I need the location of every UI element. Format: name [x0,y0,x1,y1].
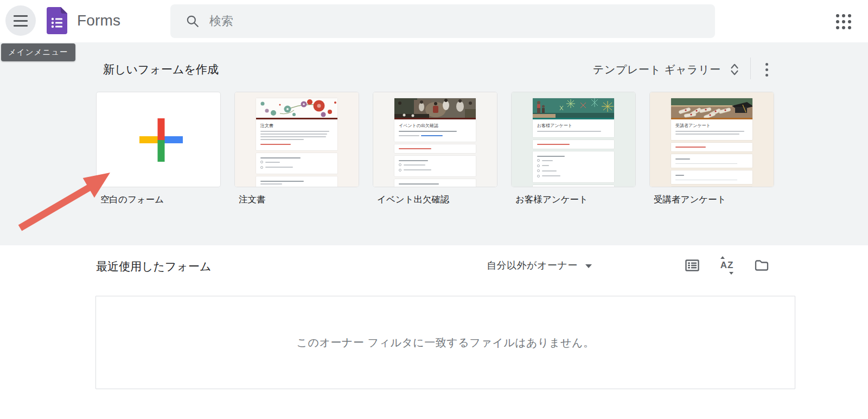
recent-forms-heading: 最近使用したフォーム [96,259,211,274]
template-card-blank[interactable] [97,92,220,187]
template-cards-row: 空白のフォーム [97,92,774,206]
template-gallery-button[interactable]: テンプレート ギャラリー [593,58,741,81]
empty-state-panel: このオーナー フィルタに一致するファイルはありません。 [95,296,795,389]
unfold-more-icon [729,62,741,77]
thumb-title: 受講者アンケート [675,123,748,129]
new-form-section: 新しいフォームを作成 テンプレート ギャラリー 空白のフォーム [0,42,868,245]
open-folder-button[interactable] [754,258,769,273]
view-tools: AZ [685,257,769,274]
owner-filter-dropdown[interactable]: 自分以外がオーナー [487,259,592,272]
template-card-order-form[interactable]: 注文書 [235,92,359,187]
list-view-icon [685,259,699,271]
main-menu-button[interactable] [5,5,36,36]
sort-asc-icon [720,256,725,259]
new-form-heading: 新しいフォームを作成 [103,62,219,77]
party-photo-header-image [394,98,476,118]
template-thumbnail: 受講者アンケート [650,92,774,187]
template-label: お客様アンケート [515,194,635,206]
sort-desc-icon [729,272,733,275]
top-app-bar: Forms [0,0,868,42]
template-thumbnail: 注文書 [235,92,359,187]
search-bar[interactable] [170,4,715,38]
hamburger-icon [14,15,28,17]
dropdown-arrow-icon [585,264,592,268]
search-icon [186,14,200,28]
template-gallery-label: テンプレート ギャラリー [593,62,721,77]
template-label: 注文書 [239,194,359,206]
thumb-title: 注文書 [260,123,333,129]
template-label: イベント出欠確認 [377,194,497,206]
apps-grid-icon[interactable] [835,13,852,30]
owner-filter-label: 自分以外がオーナー [487,259,578,272]
floral-header-image [256,98,337,118]
kebab-menu-icon[interactable] [759,59,774,80]
hamburger-icon [14,25,28,27]
diplomas-header-image [671,98,752,118]
sort-az-icon: AZ [720,260,734,271]
template-card-customer-survey[interactable]: お客様アンケート [512,92,635,187]
forms-logo-icon[interactable] [47,7,67,34]
main-menu-tooltip: メインメニュー [1,43,75,61]
template-card-event-rsvp[interactable]: イベントの出欠確認 [373,92,497,187]
empty-state-message: このオーナー フィルタに一致するファイルはありません。 [297,335,595,350]
folder-icon [755,259,769,271]
thumb-title: イベントの出欠確認 [399,123,471,129]
thumb-title: お客様アンケート [537,123,610,129]
template-thumbnail: お客様アンケート [512,92,635,187]
app-title: Forms [77,12,120,29]
template-card-course-evaluation[interactable]: 受講者アンケート [650,92,774,187]
hamburger-icon [14,20,28,22]
google-plus-icon [97,92,220,187]
sort-az-button[interactable]: AZ [718,257,736,274]
divider [750,58,751,79]
template-label: 受講者アンケート [654,194,774,206]
search-input[interactable] [208,14,704,29]
template-thumbnail: イベントの出欠確認 [373,92,497,187]
list-view-button[interactable] [685,258,700,273]
fireworks-header-image [533,98,614,118]
template-label: 空白のフォーム [100,194,220,206]
